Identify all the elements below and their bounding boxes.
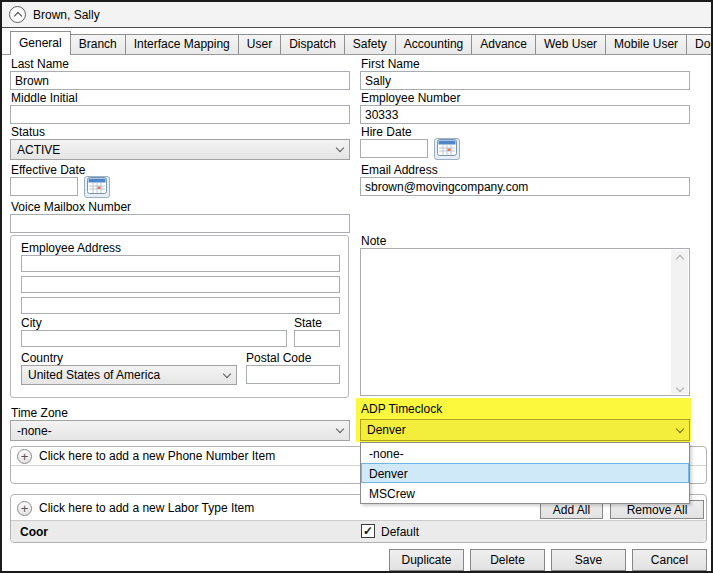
hire-date-calendar-button[interactable] (434, 138, 460, 160)
country-value: United States of America (28, 368, 224, 382)
time-zone-value: -none- (17, 424, 337, 438)
email-address-label: Email Address (361, 163, 438, 177)
address-line1-input[interactable] (21, 255, 340, 272)
status-label: Status (11, 125, 45, 139)
adp-timeclock-combobox[interactable]: Denver (360, 419, 690, 441)
chevron-down-icon (676, 424, 684, 432)
status-combobox[interactable]: ACTIVE (10, 139, 350, 160)
employee-address-group: Employee Address City State Country Unit… (10, 235, 349, 398)
dropdown-option-none[interactable]: -none- (361, 443, 689, 463)
hire-date-label: Hire Date (361, 125, 412, 139)
adp-timeclock-value: Denver (367, 423, 677, 437)
voice-mailbox-input[interactable] (10, 214, 350, 233)
country-combobox[interactable]: United States of America (21, 365, 237, 385)
duplicate-button[interactable]: Duplicate (389, 549, 464, 571)
employee-address-label: Employee Address (21, 241, 121, 255)
city-input[interactable] (21, 330, 287, 347)
address-line3-input[interactable] (21, 297, 340, 314)
window-title: Brown, Sally (33, 8, 100, 22)
middle-initial-label: Middle Initial (11, 91, 78, 105)
hire-date-input[interactable] (360, 139, 428, 158)
first-name-input[interactable] (360, 71, 690, 90)
note-scrollbar[interactable] (671, 250, 688, 394)
chevron-down-icon (223, 369, 231, 377)
tab-advance[interactable]: Advance (471, 34, 536, 54)
tab-safety[interactable]: Safety (344, 34, 396, 54)
country-label: Country (21, 351, 63, 365)
adp-timeclock-label: ADP Timeclock (361, 402, 442, 416)
state-label: State (294, 316, 322, 330)
employee-number-input[interactable] (360, 105, 690, 124)
tab-interface-mapping[interactable]: Interface Mapping (125, 34, 239, 54)
first-name-label: First Name (361, 57, 420, 71)
plus-icon: + (17, 449, 32, 464)
tab-accounting[interactable]: Accounting (395, 34, 472, 54)
dropdown-option-denver[interactable]: Denver (361, 463, 689, 483)
tab-dispatch[interactable]: Dispatch (280, 34, 345, 54)
add-labor-type-label: Click here to add a new Labor Type Item (39, 501, 254, 515)
tab-branch[interactable]: Branch (70, 34, 126, 54)
employee-editor-window: Brown, Sally General Branch Interface Ma… (0, 0, 713, 573)
save-button[interactable]: Save (551, 549, 626, 571)
scroll-up-icon[interactable] (675, 255, 683, 263)
chevron-down-icon (336, 144, 344, 152)
tab-mobile-user[interactable]: Mobile User (605, 34, 687, 54)
effective-date-calendar-button[interactable] (84, 176, 110, 198)
note-label: Note (361, 234, 386, 248)
voice-mailbox-label: Voice Mailbox Number (11, 200, 131, 214)
default-checkbox-label: Default (381, 525, 419, 539)
email-address-input[interactable] (360, 177, 690, 196)
effective-date-label: Effective Date (11, 163, 85, 177)
collapse-button[interactable] (9, 6, 26, 23)
labor-type-name: Coor (11, 525, 48, 539)
status-value: ACTIVE (17, 143, 337, 157)
last-name-label: Last Name (11, 57, 69, 71)
calendar-icon (437, 139, 457, 156)
add-phone-number-label: Click here to add a new Phone Number Ite… (39, 449, 275, 463)
employee-number-label: Employee Number (361, 91, 460, 105)
default-checkbox[interactable] (361, 524, 375, 538)
chevron-down-icon (336, 425, 344, 433)
delete-button[interactable]: Delete (470, 549, 545, 571)
tab-strip: General Branch Interface Mapping User Di… (2, 31, 711, 55)
note-textarea[interactable] (360, 248, 690, 396)
tab-web-user[interactable]: Web User (535, 34, 606, 54)
last-name-input[interactable] (10, 71, 350, 90)
dropdown-option-mscrew[interactable]: MSCrew (361, 483, 689, 503)
chevron-up-icon (13, 12, 21, 20)
titlebar: Brown, Sally (2, 2, 711, 28)
city-label: City (21, 316, 42, 330)
postal-code-label: Postal Code (246, 351, 311, 365)
scroll-down-icon[interactable] (675, 384, 683, 392)
effective-date-input[interactable] (10, 177, 78, 196)
tab-user[interactable]: User (238, 34, 281, 54)
tab-general[interactable]: General (10, 31, 71, 55)
address-line2-input[interactable] (21, 276, 340, 293)
postal-code-input[interactable] (246, 365, 340, 384)
time-zone-combobox[interactable]: -none- (10, 420, 350, 441)
cancel-button[interactable]: Cancel (632, 549, 707, 571)
tab-documents[interactable]: Documents (686, 34, 713, 54)
calendar-icon (87, 177, 107, 194)
middle-initial-input[interactable] (10, 105, 350, 124)
state-input[interactable] (294, 330, 340, 347)
plus-icon: + (17, 501, 32, 516)
labor-type-row-coor[interactable]: Coor Default (11, 520, 706, 542)
time-zone-label: Time Zone (11, 406, 68, 420)
adp-timeclock-dropdown-list: -none- Denver MSCrew (360, 442, 690, 504)
